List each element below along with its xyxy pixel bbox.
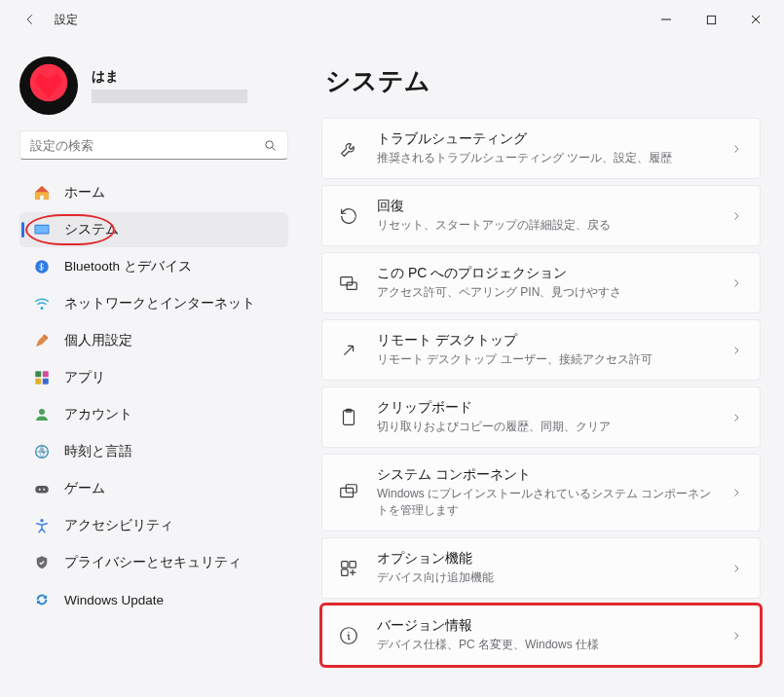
- settings-cards: トラブルシューティング 推奨されるトラブルシューティング ツール、設定、履歴 回…: [321, 118, 761, 666]
- chevron-right-icon: [730, 277, 744, 289]
- network-icon: [33, 295, 51, 312]
- card-title: トラブルシューティング: [377, 130, 713, 148]
- nav-label: アカウント: [64, 406, 132, 423]
- card-optional-features[interactable]: オプション機能 デバイス向け追加機能: [321, 537, 761, 599]
- svg-rect-8: [35, 379, 41, 385]
- nav-item-accessibility[interactable]: アクセシビリティ: [19, 508, 288, 543]
- card-sub: アクセス許可、ペアリング PIN、見つけやすさ: [377, 284, 713, 301]
- minimize-button[interactable]: [644, 0, 689, 39]
- nav-item-windows-update[interactable]: Windows Update: [19, 582, 288, 617]
- card-recovery[interactable]: 回復 リセット、スタートアップの詳細設定、戻る: [321, 185, 761, 246]
- accounts-icon: [33, 406, 51, 423]
- card-projecting[interactable]: この PC へのプロジェクション アクセス許可、ペアリング PIN、見つけやすさ: [321, 252, 761, 313]
- nav-item-accounts[interactable]: アカウント: [19, 397, 288, 432]
- nav-item-gaming[interactable]: ゲーム: [19, 471, 288, 506]
- about-icon: [338, 625, 359, 646]
- card-sub: デバイス向け追加機能: [377, 569, 713, 586]
- card-title: システム コンポーネント: [377, 466, 713, 484]
- page-title: システム: [325, 64, 761, 98]
- card-troubleshoot[interactable]: トラブルシューティング 推奨されるトラブルシューティング ツール、設定、履歴: [321, 118, 761, 179]
- card-title: リモート デスクトップ: [377, 332, 713, 349]
- nav-label: Windows Update: [64, 593, 164, 607]
- main-panel: システム トラブルシューティング 推奨されるトラブルシューティング ツール、設定…: [302, 39, 784, 697]
- card-title: 回復: [377, 198, 713, 215]
- system-icon: [33, 221, 51, 238]
- chevron-right-icon: [730, 563, 744, 574]
- card-title: クリップボード: [377, 399, 713, 417]
- apps-icon: [33, 369, 51, 386]
- nav-item-time-language[interactable]: 時刻と言語: [19, 434, 288, 469]
- windows-update-icon: [33, 591, 51, 608]
- user-box[interactable]: はま: [14, 51, 294, 130]
- close-button[interactable]: [733, 0, 778, 39]
- home-icon: [33, 184, 51, 202]
- card-title: この PC へのプロジェクション: [377, 265, 713, 282]
- svg-rect-3: [35, 226, 48, 234]
- nav-label: アクセシビリティ: [64, 517, 173, 534]
- card-sub: リセット、スタートアップの詳細設定、戻る: [377, 217, 713, 234]
- avatar: [19, 56, 78, 115]
- svg-rect-9: [43, 379, 49, 385]
- chevron-right-icon: [730, 487, 744, 498]
- nav-label: プライバシーとセキュリティ: [64, 554, 242, 571]
- optional-features-icon: [338, 558, 359, 579]
- svg-rect-6: [35, 371, 41, 377]
- nav-item-bluetooth[interactable]: Bluetooth とデバイス: [19, 249, 288, 284]
- card-about[interactable]: バージョン情報 デバイス仕様、PC 名変更、Windows 仕様: [321, 605, 761, 666]
- maximize-button[interactable]: [689, 0, 733, 39]
- system-components-icon: [338, 482, 359, 503]
- svg-rect-12: [35, 486, 49, 494]
- card-sub: Windows にプレインストールされているシステム コンポーネントを管理します: [377, 486, 713, 519]
- window-title: 設定: [55, 12, 78, 28]
- nav-label: アプリ: [64, 369, 105, 386]
- card-clipboard[interactable]: クリップボード 切り取りおよびコピーの履歴、同期、クリア: [321, 386, 761, 448]
- sidebar: はま ホーム システム: [0, 39, 302, 697]
- nav-label: ゲーム: [64, 480, 105, 497]
- card-sub: デバイス仕様、PC 名変更、Windows 仕様: [377, 637, 713, 653]
- card-sub: 切り取りおよびコピーの履歴、同期、クリア: [377, 419, 713, 435]
- card-title: オプション機能: [377, 550, 713, 568]
- projecting-icon: [338, 273, 359, 294]
- nav-item-personalization[interactable]: 個人用設定: [19, 323, 288, 358]
- personalization-icon: [33, 332, 51, 349]
- troubleshoot-icon: [338, 138, 359, 160]
- chevron-right-icon: [730, 412, 744, 423]
- svg-rect-24: [342, 569, 348, 574]
- card-remote-desktop[interactable]: リモート デスクトップ リモート デスクトップ ユーザー、接続アクセス許可: [321, 319, 761, 381]
- chevron-right-icon: [730, 143, 744, 155]
- nav-item-apps[interactable]: アプリ: [19, 360, 288, 395]
- nav-label: システム: [64, 221, 119, 238]
- svg-point-14: [43, 489, 45, 491]
- svg-point-13: [39, 489, 41, 491]
- nav-label: Bluetooth とデバイス: [64, 258, 192, 275]
- svg-rect-18: [344, 410, 355, 424]
- svg-point-10: [39, 409, 45, 415]
- nav-item-privacy[interactable]: プライバシーとセキュリティ: [19, 545, 288, 580]
- gaming-icon: [33, 480, 51, 497]
- nav-label: ネットワークとインターネット: [64, 295, 255, 312]
- nav-label: 時刻と言語: [64, 443, 132, 460]
- nav-label: 個人用設定: [64, 332, 132, 349]
- window-controls: [644, 0, 778, 39]
- card-system-components[interactable]: システム コンポーネント Windows にプレインストールされているシステム …: [321, 454, 761, 532]
- chevron-right-icon: [730, 630, 744, 642]
- svg-rect-22: [342, 561, 348, 567]
- svg-point-5: [41, 307, 44, 310]
- nav-item-system[interactable]: システム: [19, 212, 288, 247]
- search-box[interactable]: [19, 130, 288, 160]
- svg-point-1: [265, 140, 273, 148]
- time-language-icon: [33, 443, 51, 460]
- titlebar: 設定: [0, 0, 784, 39]
- nav-label: ホーム: [64, 184, 105, 202]
- svg-point-15: [40, 519, 43, 522]
- chevron-right-icon: [730, 210, 744, 222]
- recovery-icon: [338, 205, 359, 227]
- accessibility-icon: [33, 517, 51, 534]
- back-button[interactable]: [23, 13, 37, 26]
- bluetooth-icon: [33, 258, 51, 275]
- nav-item-home[interactable]: ホーム: [19, 175, 288, 210]
- search-input[interactable]: [30, 138, 262, 153]
- nav-item-network[interactable]: ネットワークとインターネット: [19, 286, 288, 321]
- search-icon: [262, 137, 278, 153]
- user-name: はま: [92, 68, 247, 86]
